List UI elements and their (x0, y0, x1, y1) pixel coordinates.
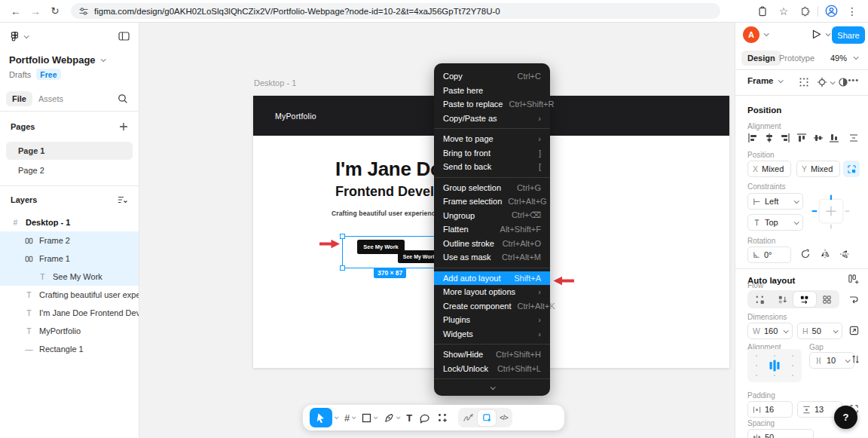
gap-adjust-icon[interactable] (851, 354, 860, 364)
flow-horizontal-icon-selected[interactable] (793, 292, 816, 307)
menu-item-frame-selection[interactable]: Frame selectionCtrl+Alt+G (434, 194, 550, 209)
extensions-icon[interactable] (796, 3, 813, 20)
vertical-constraint-dropdown[interactable]: Top (747, 214, 803, 231)
menu-scroll-down-chevron-icon[interactable] (434, 382, 550, 393)
rotation-input[interactable]: 0° (747, 247, 791, 263)
x-position-input[interactable]: X Mixed (747, 161, 791, 177)
layer-row-frame-1[interactable]: Frame 1 (0, 250, 139, 268)
y-position-input[interactable]: Y Mixed (796, 161, 840, 177)
flow-grid-icon[interactable] (816, 292, 839, 307)
crosshair-target-icon[interactable] (817, 77, 827, 87)
distribute-spacing-icon[interactable] (848, 133, 859, 143)
selection-handle[interactable] (340, 234, 345, 239)
menu-item-more-layout-options[interactable]: More layout options› (434, 285, 550, 299)
menu-item-flatten[interactable]: FlattenAlt+Shift+F (434, 222, 550, 237)
avatar-chevron-icon[interactable] (764, 31, 769, 36)
blend-mode-icon[interactable] (838, 77, 848, 87)
menu-item-group-selection[interactable]: Group selectionCtrl+G (434, 181, 550, 195)
more-options-icon[interactable]: ••• (848, 75, 859, 84)
gap-input[interactable]: 10 (809, 352, 854, 369)
spacing-input[interactable]: 50 (747, 429, 814, 438)
menu-item-plugins[interactable]: Plugins› (434, 313, 550, 327)
actions-tool[interactable] (434, 408, 451, 427)
layer-row-rectangle-1[interactable]: — Rectangle 1 (0, 340, 139, 358)
draw-annotate-tool[interactable] (460, 408, 476, 427)
layer-row-myportfolio-text[interactable]: T MyPortfolio (0, 322, 139, 340)
menu-item-bring-to-front[interactable]: Bring to front] (434, 146, 550, 161)
move-tool[interactable] (307, 408, 341, 427)
zoom-level[interactable]: 49% (830, 54, 847, 63)
height-input[interactable]: H 50 (797, 323, 842, 339)
shape-tool[interactable] (359, 408, 380, 427)
menu-item-move-to-page[interactable]: Move to page› (434, 132, 550, 146)
layer-row-desktop-1[interactable]: # Desktop - 1 (0, 213, 139, 231)
menu-item-create-component[interactable]: Create componentCtrl+Alt+K (434, 299, 550, 314)
menu-item-paste-here[interactable]: Paste here (434, 84, 550, 98)
auto-layout-options-icon[interactable] (848, 274, 859, 285)
layers-sort-icon[interactable] (117, 195, 128, 205)
menu-item-lock-unlock[interactable]: Lock/UnlockCtrl+Shift+L (434, 362, 550, 376)
align-right-icon[interactable] (780, 133, 790, 143)
align-bottom-icon[interactable] (829, 133, 839, 143)
flip-horizontal-icon[interactable] (820, 249, 830, 259)
menu-item-ungroup[interactable]: UngroupCtrl+⌫ (434, 209, 550, 223)
profile-avatar-icon[interactable] (823, 3, 839, 20)
menu-item-copy-paste-as[interactable]: Copy/Paste as› (434, 112, 550, 126)
target-chevron-icon[interactable] (830, 79, 836, 84)
layer-row-jane-doe-text[interactable]: T I'm Jane Doe Frontend Developer (0, 304, 139, 322)
selection-handle[interactable] (340, 265, 345, 271)
help-button[interactable]: ? (834, 406, 857, 429)
toggle-panel-icon[interactable] (118, 31, 130, 41)
page-item-2[interactable]: Page 2 (6, 161, 133, 179)
flip-vertical-icon[interactable] (839, 249, 850, 259)
menu-item-outline-stroke[interactable]: Outline strokeCtrl+Alt+O (434, 237, 550, 251)
move-tool-cursor-icon[interactable] (310, 408, 332, 427)
add-page-icon[interactable] (119, 122, 128, 131)
constraints-widget[interactable] (809, 193, 851, 231)
component-grid-icon[interactable] (799, 77, 809, 87)
pen-tool[interactable] (381, 408, 402, 427)
present-chevron-icon[interactable] (826, 31, 831, 36)
flow-vertical-icon[interactable] (772, 292, 794, 307)
present-play-icon[interactable] (811, 29, 822, 40)
wrap-icon[interactable] (848, 294, 859, 305)
rotate-icon[interactable] (800, 249, 811, 259)
absolute-position-toggle[interactable] (843, 161, 860, 177)
menu-item-show-hide[interactable]: Show/HideCtrl+Shift+H (434, 348, 550, 362)
browser-back-button[interactable]: ← (8, 3, 24, 20)
menu-item-copy[interactable]: CopyCtrl+C (434, 69, 550, 84)
user-avatar[interactable]: A (743, 26, 760, 43)
horizontal-padding-input[interactable]: 16 (747, 401, 793, 418)
auto-layout-alignment-pad[interactable] (747, 349, 802, 382)
menu-item-widgets[interactable]: Widgets› (434, 327, 550, 342)
frame-tool[interactable]: # (341, 408, 358, 427)
search-icon[interactable] (118, 93, 133, 104)
bookmark-star-icon[interactable]: ☆ (775, 3, 792, 20)
browser-forward-button[interactable]: → (27, 3, 44, 20)
layer-row-crafting-text[interactable]: T Crafting beautiful user experience (0, 286, 139, 304)
zoom-chevron-icon[interactable] (854, 54, 859, 60)
page-item-1[interactable]: Page 1 (6, 142, 133, 160)
menu-item-send-to-back[interactable]: Send to back[ (434, 160, 550, 174)
align-left-icon[interactable] (747, 133, 758, 143)
width-input[interactable]: W 160 (747, 323, 793, 339)
align-vertical-center-icon[interactable] (813, 133, 824, 143)
resize-constraint-icon[interactable] (849, 326, 859, 335)
browser-reload-button[interactable]: ↻ (47, 3, 63, 20)
file-name-menu[interactable]: Portfolio Webpage (0, 50, 139, 66)
text-tool[interactable]: T (403, 408, 415, 427)
flow-freeform-icon[interactable] (749, 292, 772, 307)
tab-assets[interactable]: Assets (32, 91, 69, 106)
drafts-label[interactable]: Drafts (9, 70, 31, 79)
code-view-tool[interactable]: </> (497, 408, 510, 427)
browser-menu-icon[interactable]: ⋮ (844, 3, 860, 20)
align-top-icon[interactable] (796, 133, 807, 143)
menu-item-paste-to-replace[interactable]: Paste to replaceCtrl+Shift+R (434, 97, 550, 112)
align-horizontal-center-icon[interactable] (764, 133, 775, 143)
site-settings-icon[interactable] (78, 6, 89, 17)
selection-type-dropdown[interactable]: Frame (747, 76, 782, 85)
share-button[interactable]: Share (832, 26, 865, 44)
free-plan-badge[interactable]: Free (36, 69, 60, 80)
comment-tool[interactable] (416, 408, 433, 427)
dev-mode-toggle[interactable] (478, 410, 496, 426)
